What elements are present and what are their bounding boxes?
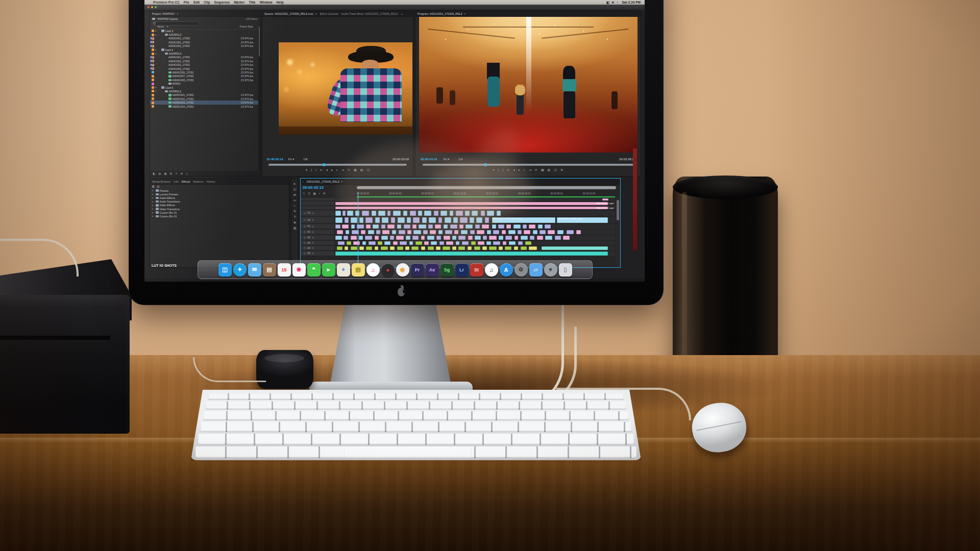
effects-tree-item[interactable]: ▸Custom Bin 01 [152, 211, 287, 214]
project-row[interactable]: A003C003_1703223.976 fps [150, 44, 260, 48]
menu-item-help[interactable]: Help [277, 1, 284, 4]
track-lock-icon[interactable] [304, 219, 306, 221]
zoom-window-button[interactable] [155, 6, 157, 8]
timeline-clip[interactable]: A001C001_170326_R0LZ [V] [492, 217, 555, 223]
timeline-tool-icon[interactable]: ⊕ [293, 220, 296, 224]
project-footer-icon[interactable]: ◧ [153, 172, 155, 175]
project-item-label[interactable]: A003C003_17032 [168, 44, 190, 47]
timeline-clip[interactable] [361, 230, 365, 234]
project-file-name[interactable]: FANTASY.prproj [158, 17, 178, 20]
timeline-clip[interactable] [489, 236, 496, 240]
timeline-clip[interactable] [505, 236, 512, 240]
menubar-status-icon[interactable]: ◧ [606, 1, 609, 5]
timeline-clip[interactable] [359, 236, 363, 240]
step-forward-icon[interactable]: ▹ [336, 168, 338, 171]
timeline-clip[interactable] [492, 224, 496, 229]
project-footer-icon[interactable]: ⊞ [170, 172, 173, 175]
dock-icon-maps[interactable]: ⌖ [337, 263, 350, 277]
timeline-clip[interactable] [524, 230, 530, 234]
timeline-tool-icon[interactable]: ✂ [293, 198, 296, 202]
dock-icon-notes[interactable]: ▤ [352, 263, 365, 277]
timeline-clip[interactable] [545, 224, 551, 229]
step-forward-icon[interactable]: ▹ [524, 168, 525, 171]
timeline-clip[interactable] [428, 246, 434, 250]
track-lock-icon[interactable] [304, 212, 306, 214]
project-row[interactable]: ▾Card 3 [150, 29, 260, 33]
project-item-label[interactable]: A004C008_17032 [173, 79, 194, 82]
timeline-clip[interactable] [506, 224, 511, 229]
timeline-clip[interactable] [421, 246, 426, 250]
close-window-button[interactable] [148, 6, 150, 8]
timeline-clip[interactable] [563, 236, 570, 240]
timeline-clip[interactable] [482, 246, 487, 250]
macos-dock[interactable]: ◫✦✉▤15❀❝▸⌖▤♫●◉PrAeSgLrSt♫A⚙▱▾▯ [198, 260, 593, 279]
track-header-v4[interactable] [301, 198, 334, 201]
add-marker-icon[interactable]: ▾ [306, 168, 307, 171]
track-eye-icon[interactable] [312, 219, 314, 221]
project-row[interactable]: ▾A005R0LZ [150, 89, 260, 93]
project-row[interactable]: A004C008_1703223.976 fps [150, 78, 260, 82]
menu-item-premiere-pro-cc[interactable]: Premiere Pro CC [153, 1, 180, 4]
timeline-tool-icon[interactable]: ⇄ [293, 193, 296, 196]
settings-icon[interactable]: ⚙ [560, 168, 563, 171]
timeline-timecode[interactable]: 00:00:43:10 [303, 185, 324, 190]
mark-out-icon[interactable]: } [315, 168, 316, 171]
project-row[interactable]: A004C001_1703223.976 fps [150, 56, 260, 59]
tab-effects[interactable]: Effects [182, 180, 190, 183]
timeline-clip[interactable] [502, 230, 506, 234]
project-row[interactable]: INTRO [150, 82, 260, 85]
go-to-out-icon[interactable]: ⇥ [529, 168, 531, 171]
timeline-clip[interactable] [359, 246, 364, 250]
timeline-tool-icon[interactable]: ▸ [294, 182, 296, 185]
timeline-clip[interactable] [474, 246, 480, 250]
step-back-icon[interactable]: ◂ [326, 168, 328, 171]
play-icon[interactable]: ▸ [331, 168, 333, 171]
tab-project[interactable]: Project: FANTASY × [152, 12, 178, 15]
go-to-out-icon[interactable]: ⇥ [341, 168, 344, 171]
timeline-clip[interactable] [362, 241, 366, 245]
mark-in-icon[interactable]: { [311, 168, 312, 171]
twirl-icon[interactable]: ▸ [152, 208, 155, 210]
timeline-clip[interactable] [602, 198, 608, 201]
timeline-tool-icon[interactable]: ⟐ [293, 215, 296, 218]
project-item-label[interactable]: A005C004_17032 [173, 105, 194, 108]
track-lock-icon[interactable] [304, 247, 306, 249]
timeline-clip[interactable] [366, 246, 372, 250]
timeline-back-icon[interactable]: ‹ [303, 180, 304, 183]
timeline-clip[interactable] [483, 236, 487, 240]
timeline-clip[interactable] [393, 241, 398, 245]
track-lock-icon[interactable] [304, 231, 306, 233]
track-eye-icon[interactable] [312, 242, 314, 244]
track-lane-a5-music[interactable] [335, 251, 615, 257]
tab-audio-track-mixer[interactable]: Audio Track Mixer: A001C001_170326_R0LZ [341, 12, 398, 15]
timeline-clip[interactable] [509, 241, 516, 245]
track-header-adjustment-2[interactable] [301, 206, 334, 210]
project-footer-icon[interactable]: ✎ [175, 172, 178, 175]
project-footer-icon[interactable]: ▤ [158, 172, 161, 175]
program-video-viewport[interactable] [419, 17, 638, 153]
dock-icon-app-store[interactable]: A [500, 263, 513, 277]
tab-overflow-icon[interactable]: » [401, 12, 402, 15]
project-item-label[interactable]: A004C002_17032 [168, 60, 190, 63]
dock-icon-finder[interactable]: ◫ [218, 263, 232, 277]
track-lock-icon[interactable] [304, 253, 306, 255]
project-row[interactable]: A004C005_1703223.976 fps [150, 67, 260, 70]
timeline-clip[interactable] [521, 236, 528, 240]
dock-icon-quicktime-record[interactable]: ● [381, 263, 395, 277]
project-item-label[interactable]: Card 3 [165, 30, 174, 33]
timeline-tool-icon[interactable]: ◫ [293, 187, 297, 191]
timeline-toggle-icon[interactable]: ▦ [313, 192, 316, 195]
timeline-clip[interactable] [523, 224, 527, 229]
timeline-clip[interactable] [557, 230, 564, 234]
timeline-clip[interactable] [405, 246, 409, 250]
timeline-clip[interactable] [493, 241, 500, 245]
timeline-clip[interactable] [335, 217, 342, 223]
window-title-bar[interactable] [144, 5, 645, 10]
project-item-label[interactable]: A005C001_17032 [173, 93, 194, 96]
track-header-a2[interactable]: A2 [301, 235, 334, 240]
timeline-clip[interactable] [567, 230, 574, 234]
track-eye-icon[interactable] [312, 226, 314, 228]
dock-icon-calendar[interactable]: 15 [278, 263, 291, 277]
project-item-label[interactable]: Card 4 [165, 48, 174, 52]
timeline-clip[interactable] [499, 246, 503, 250]
